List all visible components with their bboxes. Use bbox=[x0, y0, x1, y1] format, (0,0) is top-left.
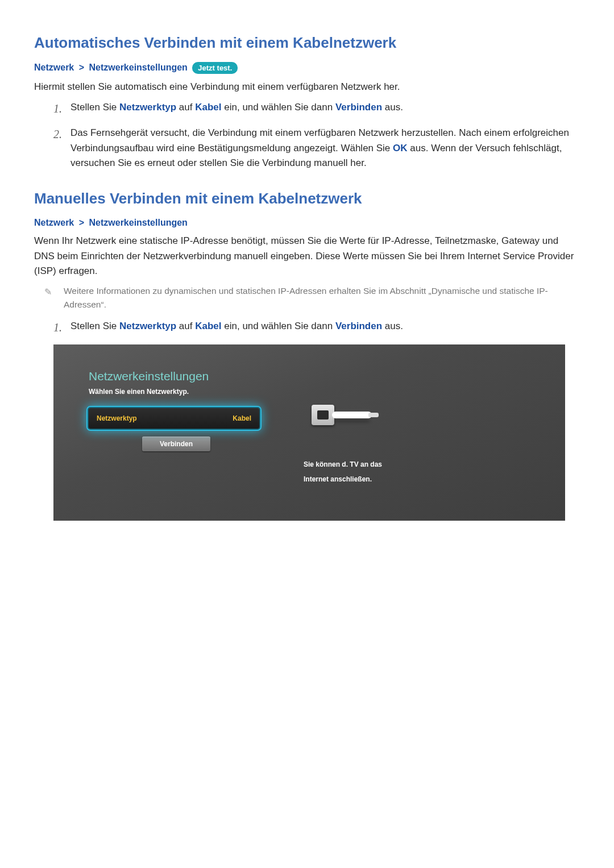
note-ip-addresses: ✎ Weitere Informationen zu dynamischen u… bbox=[44, 284, 580, 311]
steps-manual: 1. Stellen Sie Netzwerktyp auf Kabel ein… bbox=[53, 319, 580, 337]
breadcrumb-auto: Netzwerk > Netzwerkeinstellungen Jetzt t… bbox=[34, 62, 580, 74]
text: aus. bbox=[382, 102, 403, 113]
note-text: Weitere Informationen zu dynamischen und… bbox=[58, 284, 580, 311]
step-number: 1. bbox=[53, 319, 70, 337]
step-body: Das Fernsehgerät versucht, die Verbindun… bbox=[70, 126, 580, 171]
try-now-pill[interactable]: Jetzt test. bbox=[192, 62, 238, 74]
kw-kabel: Kabel bbox=[195, 321, 221, 331]
note-icon: ✎ bbox=[44, 285, 58, 299]
kw-ok: OK bbox=[393, 143, 408, 153]
illustration-panel: Sie können d. TV an das Internet anschli… bbox=[304, 401, 429, 487]
row-label: Netzwerktyp bbox=[97, 414, 137, 422]
steps-auto: 1. Stellen Sie Netzwerktyp auf Kabel ein… bbox=[53, 100, 580, 171]
breadcrumb-network-settings[interactable]: Netzwerkeinstellungen bbox=[89, 63, 188, 72]
tv-screenshot: Netzwerkeinstellungen Wählen Sie einen N… bbox=[53, 344, 565, 521]
breadcrumb-sep: > bbox=[79, 63, 84, 72]
kw-netzwerktyp: Netzwerktyp bbox=[119, 102, 176, 113]
panel-subtitle: Wählen Sie einen Netzwerktyp. bbox=[89, 388, 282, 396]
settings-panel: Netzwerkeinstellungen Wählen Sie einen N… bbox=[89, 369, 282, 451]
network-type-row[interactable]: Netzwerktyp Kabel bbox=[89, 408, 259, 429]
connect-button[interactable]: Verbinden bbox=[142, 437, 210, 451]
breadcrumb-network-settings[interactable]: Netzwerkeinstellungen bbox=[89, 218, 188, 227]
breadcrumb-manual: Netzwerk > Netzwerkeinstellungen bbox=[34, 218, 580, 228]
step-number: 1. bbox=[53, 100, 70, 118]
step-2: 2. Das Fernsehgerät versucht, die Verbin… bbox=[53, 126, 580, 171]
breadcrumb-sep: > bbox=[79, 218, 84, 227]
kw-verbinden: Verbinden bbox=[335, 321, 382, 331]
text: Stellen Sie bbox=[70, 102, 119, 113]
breadcrumb-network[interactable]: Netzwerk bbox=[34, 218, 74, 227]
kw-netzwerktyp: Netzwerktyp bbox=[119, 321, 176, 331]
text: auf bbox=[176, 102, 195, 113]
kw-verbinden: Verbinden bbox=[335, 102, 382, 113]
text: ein, und wählen Sie dann bbox=[222, 102, 335, 113]
illustration-caption: Sie können d. TV an das Internet anschli… bbox=[304, 457, 429, 487]
ethernet-port-icon bbox=[304, 401, 372, 434]
step-number: 2. bbox=[53, 126, 70, 171]
caption-line-1: Sie können d. TV an das bbox=[304, 457, 429, 472]
step-1: 1. Stellen Sie Netzwerktyp auf Kabel ein… bbox=[53, 319, 580, 337]
text: aus. bbox=[382, 321, 403, 331]
text: Stellen Sie bbox=[70, 321, 119, 331]
text: auf bbox=[176, 321, 195, 331]
step-1: 1. Stellen Sie Netzwerktyp auf Kabel ein… bbox=[53, 100, 580, 118]
text: ein, und wählen Sie dann bbox=[222, 321, 335, 331]
breadcrumb-network[interactable]: Netzwerk bbox=[34, 63, 74, 72]
intro-manual: Wenn Ihr Netzwerk eine statische IP-Adre… bbox=[34, 234, 580, 279]
kw-kabel: Kabel bbox=[195, 102, 221, 113]
row-value: Kabel bbox=[233, 414, 251, 422]
step-body: Stellen Sie Netzwerktyp auf Kabel ein, u… bbox=[70, 319, 580, 337]
panel-title: Netzwerkeinstellungen bbox=[89, 369, 282, 383]
intro-auto: Hiermit stellen Sie automatisch eine Ver… bbox=[34, 80, 580, 94]
step-body: Stellen Sie Netzwerktyp auf Kabel ein, u… bbox=[70, 100, 580, 118]
caption-line-2: Internet anschließen. bbox=[304, 472, 429, 487]
heading-auto-connect: Automatisches Verbinden mit einem Kabeln… bbox=[34, 34, 580, 52]
heading-manual-connect: Manuelles Verbinden mit einem Kabelnetzw… bbox=[34, 190, 580, 207]
